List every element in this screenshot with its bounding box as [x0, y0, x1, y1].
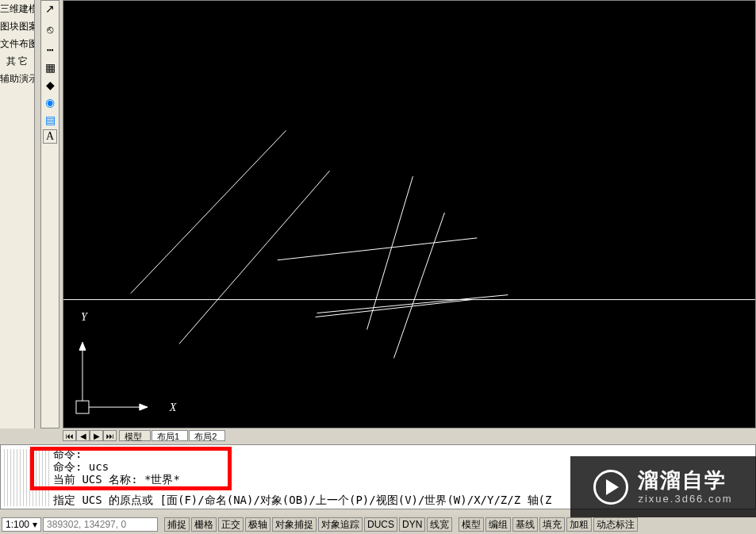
scale-selector[interactable]: 1:100▾ — [2, 517, 41, 532]
menu-item[interactable]: 图块图案 — [0, 17, 34, 35]
link-icon[interactable]: ⎋ — [41, 21, 59, 37]
coordinate-display: 389302, 134297, 0 — [43, 517, 158, 532]
play-icon — [593, 470, 628, 505]
tab-layout1[interactable]: 布局1 — [152, 430, 188, 441]
status-fill[interactable]: 填充 — [539, 517, 565, 532]
menu-item[interactable]: 文件布图 — [0, 35, 34, 52]
svg-marker-10 — [79, 342, 86, 350]
ellipsis-icon[interactable]: ┅ — [41, 42, 59, 58]
status-polar[interactable]: 极轴 — [245, 517, 271, 532]
watermark: 溜溜自学 zixue.3d66.com — [570, 456, 756, 517]
hash-icon[interactable]: ▦ — [41, 60, 59, 75]
menu-item[interactable]: 三维建模 — [0, 0, 34, 17]
ucs-y-label: Y — [81, 312, 88, 324]
command-grip[interactable] — [4, 449, 50, 506]
status-group[interactable]: 编组 — [485, 517, 511, 532]
grid-icon[interactable]: ▤ — [41, 112, 59, 128]
svg-line-7 — [317, 295, 508, 313]
menu-item[interactable]: 其 它 — [0, 52, 34, 70]
tab-nav-first[interactable]: ⏮ — [63, 430, 76, 441]
status-osnap[interactable]: 对象捕捉 — [272, 517, 317, 532]
vertical-toolbar: ↗ ⎋ ┅ ▦ ◆ ◉ ▤ A — [40, 0, 59, 428]
status-dyndim[interactable]: 动态标注 — [593, 517, 638, 532]
svg-line-5 — [278, 238, 478, 260]
drawing-canvas[interactable]: Y X — [63, 0, 756, 428]
status-model[interactable]: 模型 — [459, 517, 484, 532]
svg-line-6 — [316, 300, 472, 317]
text-icon[interactable]: A — [43, 129, 57, 144]
watermark-url: zixue.3d66.com — [638, 493, 732, 505]
status-bar: 1:100▾ 389302, 134297, 0 捕捉 栅格 正交 极轴 对象捕… — [0, 515, 756, 534]
watermark-title: 溜溜自学 — [638, 468, 732, 493]
status-lwt[interactable]: 线宽 — [427, 517, 452, 532]
tab-nav-next[interactable]: ▶ — [90, 430, 103, 441]
svg-line-2 — [179, 171, 330, 344]
tab-layout2[interactable]: 布局2 — [189, 430, 225, 441]
svg-line-4 — [394, 213, 445, 358]
status-dyn[interactable]: DYN — [399, 517, 425, 532]
status-bold[interactable]: 加粗 — [566, 517, 592, 532]
status-snap[interactable]: 捕捉 — [164, 517, 190, 532]
status-otrack[interactable]: 对象追踪 — [318, 517, 363, 532]
target-icon[interactable]: ◆ — [41, 77, 59, 93]
status-ortho[interactable]: 正交 — [218, 517, 244, 532]
tab-nav-last[interactable]: ⏭ — [103, 430, 117, 441]
camera-icon[interactable]: ◉ — [41, 94, 59, 110]
status-baseline[interactable]: 基线 — [512, 517, 538, 532]
ucs-x-label: X — [169, 401, 177, 413]
tab-nav-prev[interactable]: ◀ — [76, 430, 90, 441]
svg-line-1 — [131, 130, 286, 293]
layout-tab-strip: ⏮ ◀ ▶ ⏭ 模型 布局1 布局2 — [63, 428, 756, 443]
status-grid[interactable]: 栅格 — [191, 517, 217, 532]
menu-item[interactable]: 辅助演示 — [0, 70, 34, 87]
svg-marker-12 — [140, 404, 148, 410]
tab-model[interactable]: 模型 — [119, 430, 151, 441]
svg-rect-8 — [76, 401, 89, 413]
arrow-icon[interactable]: ↗ — [41, 1, 59, 17]
status-ducs[interactable]: DUCS — [364, 517, 397, 532]
left-menu-panel: 三维建模 图块图案 文件布图 其 它 辅助演示 — [0, 0, 35, 428]
